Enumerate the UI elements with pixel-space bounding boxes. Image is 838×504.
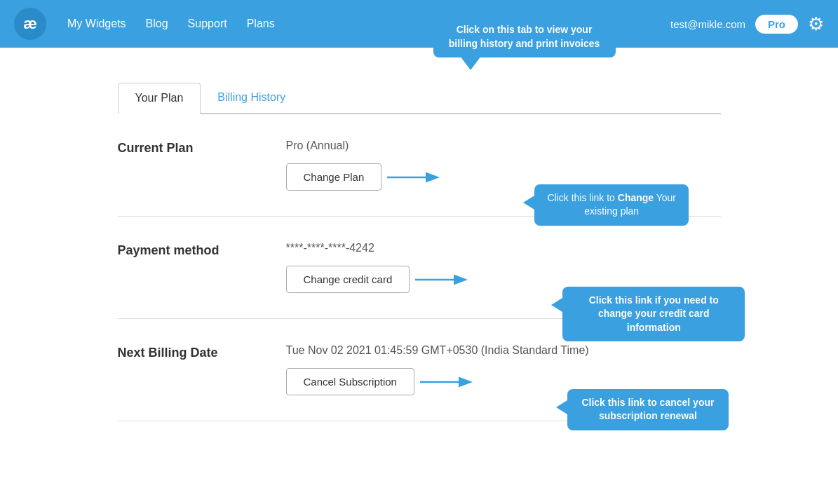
change-cc-arrow <box>415 269 471 290</box>
change-credit-card-button[interactable]: Change credit card <box>286 266 410 293</box>
svg-marker-3 <box>556 400 567 414</box>
svg-marker-2 <box>551 298 562 312</box>
tab-billing-history[interactable]: Billing History <box>201 83 302 113</box>
tabs: Your Plan Billing History <box>118 83 721 114</box>
tooltip-cc-left-arrow <box>551 298 562 312</box>
change-cc-tooltip: Click this link if you need to change yo… <box>562 287 745 342</box>
current-plan-value: Pro (Annual) <box>286 139 721 152</box>
current-plan-label: Current Plan <box>118 139 258 156</box>
payment-method-value: ****-****-****-4242 <box>286 242 721 254</box>
next-billing-label: Next Billing Date <box>118 344 258 360</box>
current-plan-section: Current Plan Pro (Annual) Change Plan Cl… <box>118 114 721 217</box>
cancel-subscription-button[interactable]: Cancel Subscription <box>286 368 414 395</box>
change-plan-tooltip: Click this link to Change Your existing … <box>534 184 689 226</box>
payment-method-section: Payment method ****-****-****-4242 Chang… <box>118 217 721 319</box>
navbar: æ My Widgets Blog Support Plans test@mik… <box>0 0 838 48</box>
change-plan-button[interactable]: Change Plan <box>286 163 382 191</box>
payment-method-content: ****-****-****-4242 Change credit card C… <box>286 242 721 293</box>
tooltip-left-arrow <box>523 196 534 210</box>
nav-blog[interactable]: Blog <box>146 18 168 30</box>
nav-my-widgets[interactable]: My Widgets <box>67 18 126 30</box>
change-plan-arrow <box>387 167 443 188</box>
nav-right: test@mikle.com Pro ⚙ <box>670 13 824 35</box>
cancel-arrow <box>420 372 476 393</box>
tabs-wrapper: Click on this tab to view your billing h… <box>118 83 721 114</box>
cancel-tooltip: Click this link to cancel your subscript… <box>567 389 729 430</box>
svg-marker-1 <box>523 196 534 210</box>
user-email: test@mikle.com <box>670 18 745 30</box>
next-billing-content: Tue Nov 02 2021 01:45:59 GMT+0530 (India… <box>286 344 721 395</box>
svg-marker-0 <box>460 56 481 70</box>
nav-plans[interactable]: Plans <box>247 18 275 30</box>
logo-icon: æ <box>23 15 37 33</box>
current-plan-content: Pro (Annual) Change Plan Click this link… <box>286 139 721 191</box>
pro-badge[interactable]: Pro <box>755 15 798 34</box>
tooltip-cancel-left-arrow <box>556 400 567 414</box>
main-content: Click on this tab to view your billing h… <box>104 48 735 442</box>
next-billing-value: Tue Nov 02 2021 01:45:59 GMT+0530 (India… <box>286 344 721 357</box>
logo[interactable]: æ <box>14 8 46 40</box>
billing-history-tooltip: Click on this tab to view your billing h… <box>433 16 616 57</box>
tooltip-arrow-down <box>460 56 481 77</box>
nav-support[interactable]: Support <box>188 18 227 30</box>
payment-method-label: Payment method <box>118 242 258 258</box>
tab-your-plan[interactable]: Your Plan <box>118 83 201 114</box>
gear-icon[interactable]: ⚙ <box>808 13 824 35</box>
